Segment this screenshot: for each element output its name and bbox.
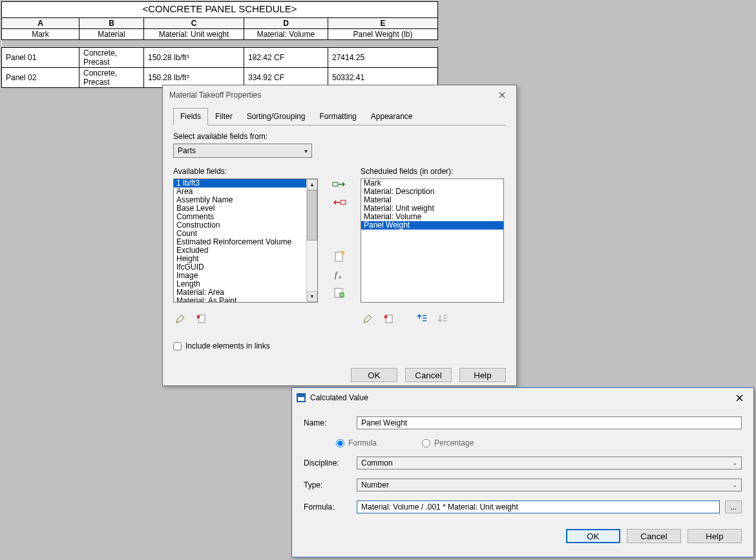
tab-formatting[interactable]: Formatting bbox=[312, 108, 363, 125]
calculated-value-dialog: Calculated Value Name: Panel Weight Form… bbox=[291, 387, 754, 557]
chevron-down-icon: ⌄ bbox=[732, 457, 737, 469]
available-fields-label: Available fields: bbox=[173, 167, 318, 176]
scroll-up-icon[interactable]: ▲ bbox=[307, 179, 317, 190]
new-parameter-icon[interactable] bbox=[331, 250, 347, 264]
calculated-value-icon[interactable]: fx bbox=[331, 268, 347, 282]
include-links-label: Include elements in links bbox=[185, 341, 270, 350]
table-cell: 150.28 lb/ft³ bbox=[144, 48, 244, 68]
delete-scheduled-icon[interactable] bbox=[381, 312, 395, 326]
scheduled-fields-label: Scheduled fields (in order): bbox=[361, 167, 504, 176]
name-label: Name: bbox=[304, 418, 357, 427]
formula-field[interactable]: Material: Volume / .001 * Material: Unit… bbox=[357, 501, 720, 513]
scheduled-fields-list[interactable]: MarkMaterial: DescriptionMaterialMateria… bbox=[361, 179, 503, 302]
dialog-titlebar[interactable]: Material Takeoff Properties bbox=[163, 85, 516, 105]
app-icon bbox=[296, 393, 306, 403]
column-letter: C bbox=[144, 18, 244, 29]
discipline-select[interactable]: Common ⌄ bbox=[357, 457, 742, 469]
cancel-button[interactable]: Cancel bbox=[627, 529, 681, 543]
type-label: Type: bbox=[304, 480, 357, 490]
scrollbar[interactable]: ▲ ▼ bbox=[306, 179, 317, 302]
tab-appearance[interactable]: Appearance bbox=[364, 108, 420, 125]
svg-rect-1 bbox=[333, 182, 338, 186]
column-header: Material: Volume bbox=[244, 29, 328, 40]
table-cell: Concrete, Precast bbox=[79, 68, 144, 88]
radio-percentage[interactable]: Percentage bbox=[422, 438, 474, 447]
dialog-titlebar[interactable]: Calculated Value bbox=[292, 388, 753, 407]
list-item[interactable]: 1 lb/ft3 bbox=[174, 179, 306, 188]
tab-fields[interactable]: Fields bbox=[173, 108, 208, 125]
table-cell: Panel 02 bbox=[2, 68, 79, 88]
combine-parameters-icon[interactable] bbox=[331, 286, 347, 300]
svg-rect-12 bbox=[298, 394, 304, 397]
available-fields-list[interactable]: 1 lb/ft3AreaAssembly NameBase LevelComme… bbox=[174, 179, 306, 302]
formula-label: Formula: bbox=[304, 502, 357, 512]
type-select[interactable]: Number ⌄ bbox=[357, 479, 742, 491]
svg-point-4 bbox=[341, 252, 344, 254]
column-letter: E bbox=[328, 18, 438, 29]
delete-parameter-icon[interactable] bbox=[194, 312, 208, 326]
formula-radio[interactable] bbox=[336, 439, 344, 447]
select-fields-label: Select available fields from: bbox=[173, 132, 506, 141]
scroll-down-icon[interactable]: ▼ bbox=[307, 291, 317, 302]
move-up-icon[interactable] bbox=[415, 312, 429, 326]
column-header: Panel Weight (lb) bbox=[328, 29, 438, 40]
dialog-title: Calculated Value bbox=[310, 393, 368, 402]
column-header: Material bbox=[79, 29, 144, 40]
column-letter: A bbox=[2, 18, 79, 29]
list-item[interactable]: Panel Weight bbox=[361, 221, 503, 230]
table-row[interactable]: Panel 01Concrete, Precast150.28 lb/ft³18… bbox=[2, 48, 438, 68]
column-header: Material: Unit weight bbox=[144, 29, 244, 40]
chevron-down-icon: ▾ bbox=[304, 147, 308, 155]
column-letter: D bbox=[244, 18, 328, 29]
tab-filter[interactable]: Filter bbox=[208, 108, 240, 125]
table-cell: Panel 01 bbox=[2, 48, 79, 68]
help-button[interactable]: Help bbox=[459, 368, 506, 382]
fields-source-value: Parts bbox=[178, 146, 196, 155]
schedule-panel: <CONCRETE PANEL SCHEDULE>ABCDEMarkMateri… bbox=[1, 1, 438, 88]
radio-formula[interactable]: Formula bbox=[336, 438, 377, 447]
list-item[interactable]: Material: As Paint bbox=[174, 297, 306, 302]
add-field-icon[interactable] bbox=[331, 178, 347, 193]
column-letter: B bbox=[79, 18, 144, 29]
formula-browse-button[interactable]: ... bbox=[725, 501, 742, 513]
table-cell: 27414.25 bbox=[328, 48, 438, 68]
fields-source-select[interactable]: Parts ▾ bbox=[173, 144, 312, 158]
material-takeoff-dialog: Material Takeoff Properties FieldsFilter… bbox=[162, 85, 517, 386]
remove-field-icon[interactable] bbox=[331, 197, 347, 211]
edit-scheduled-icon[interactable] bbox=[361, 312, 375, 326]
tabs: FieldsFilterSorting/GroupingFormattingAp… bbox=[173, 107, 506, 125]
svg-rect-8 bbox=[340, 293, 344, 297]
schedule-title: <CONCRETE PANEL SCHEDULE> bbox=[2, 2, 438, 18]
edit-icon[interactable] bbox=[173, 312, 187, 326]
table-cell: 182.42 CF bbox=[244, 48, 328, 68]
cancel-button[interactable]: Cancel bbox=[405, 368, 452, 382]
ok-button[interactable]: OK bbox=[351, 368, 397, 382]
percentage-radio[interactable] bbox=[422, 439, 430, 447]
ok-button[interactable]: OK bbox=[566, 529, 620, 543]
chevron-down-icon: ⌄ bbox=[732, 479, 737, 491]
help-button[interactable]: Help bbox=[688, 529, 742, 543]
dialog-title: Material Takeoff Properties bbox=[169, 91, 261, 100]
scroll-thumb[interactable] bbox=[307, 190, 317, 241]
close-icon[interactable] bbox=[730, 391, 748, 405]
svg-text:x: x bbox=[338, 274, 341, 280]
column-header: Mark bbox=[2, 29, 79, 40]
include-links-checkbox[interactable] bbox=[173, 342, 182, 350]
table-cell: Concrete, Precast bbox=[79, 48, 144, 68]
close-icon[interactable] bbox=[493, 88, 511, 102]
tab-sorting-grouping[interactable]: Sorting/Grouping bbox=[240, 108, 313, 125]
move-down-icon[interactable] bbox=[436, 312, 450, 326]
svg-rect-2 bbox=[341, 200, 346, 204]
discipline-label: Discipline: bbox=[304, 458, 357, 468]
include-links-row[interactable]: Include elements in links bbox=[173, 341, 506, 350]
name-field[interactable]: Panel Weight bbox=[357, 416, 742, 429]
